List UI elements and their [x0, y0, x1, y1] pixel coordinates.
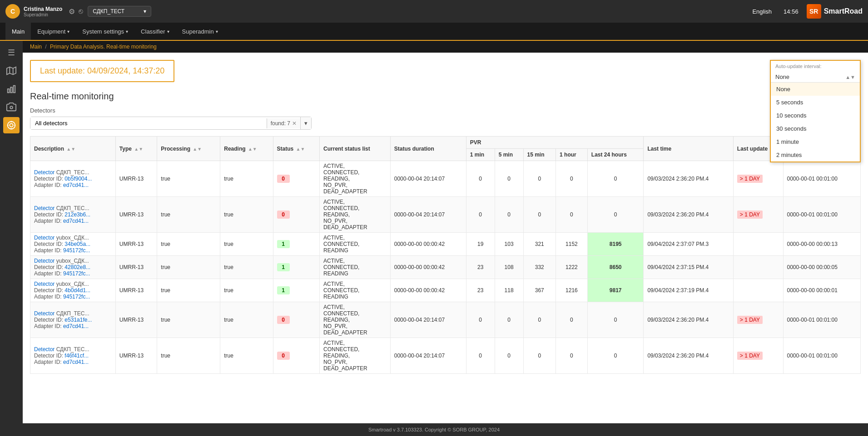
adapter-id-link[interactable]: 945172fc...	[63, 247, 90, 254]
search-bar: found: 7 ✕ ▾	[30, 117, 312, 130]
cell-pvr-5min: 0	[495, 197, 523, 233]
sort-description-icon[interactable]: ▲▼	[66, 147, 75, 152]
auto-update-selected[interactable]: None ▲▼	[771, 72, 860, 83]
cell-last-update-duration: 0000-00-01 00:01:00	[783, 302, 860, 338]
detector-link[interactable]: Detector	[34, 235, 55, 241]
svg-rect-3	[10, 87, 12, 93]
settings-icon[interactable]: ⚙	[69, 7, 75, 16]
nav-item-main[interactable]: Main	[5, 23, 31, 41]
search-input[interactable]	[30, 117, 267, 129]
detector-id-link[interactable]: e531a1fe...	[64, 317, 92, 323]
nav-item-equipment[interactable]: Equipment ▾	[31, 23, 76, 41]
detector-link[interactable]: Detector	[34, 169, 55, 176]
sort-status-icon[interactable]: ▲▼	[296, 147, 305, 152]
refresh-section: ↻ Auto-update interval: None ▲▼ None 5 s…	[849, 60, 861, 73]
cell-last-time: 09/03/2024 2:36:20 PM.4	[644, 161, 733, 197]
nav-item-system-settings[interactable]: System settings ▾	[76, 23, 134, 41]
cell-pvr-15min: 0	[523, 338, 556, 374]
detector-link[interactable]: Detector	[34, 258, 55, 264]
detector-id-link[interactable]: 212e3b6...	[64, 211, 90, 218]
cell-current-status: ACTIVE, CONNECTED, READING, NO_PVR, DEAD…	[320, 302, 391, 338]
table-header: Description ▲▼ Type ▲▼ Processing ▲▼ Rea…	[30, 137, 861, 161]
sidebar: ☰	[0, 41, 23, 436]
cell-last-update-duration: 0000-00-01 00:01:00	[783, 338, 860, 374]
detector-id-link[interactable]: 4b0d4d1...	[64, 287, 90, 294]
col-current-status: Current status list	[320, 137, 391, 161]
adapter-id-line: Adapter ID: 945172fc...	[34, 270, 112, 277]
col-processing: Processing ▲▼	[157, 137, 220, 161]
navbar: Main Equipment ▾ System settings ▾ Class…	[0, 23, 868, 41]
auto-update-option-1m[interactable]: 1 minute	[771, 135, 860, 148]
adapter-id-link[interactable]: 945172fc...	[63, 294, 90, 300]
detector-id-line: Detector ID: 34be05a...	[34, 241, 112, 247]
search-dropdown-button[interactable]: ▾	[300, 117, 311, 129]
detector-id-link[interactable]: 34be05a...	[64, 241, 90, 247]
adapter-id-link[interactable]: ed7cd41...	[63, 323, 89, 329]
cell-processing: true	[157, 338, 220, 374]
col-pvr-1min: 1 min	[466, 149, 495, 161]
sort-reading-icon[interactable]: ▲▼	[248, 147, 257, 152]
cell-status-duration: 0000-00-04 20:14:07	[390, 161, 466, 197]
sort-type-icon[interactable]: ▲▼	[134, 147, 143, 152]
nav-item-superadmin[interactable]: Superadmin ▾	[176, 23, 224, 41]
auto-update-option-10s[interactable]: 10 seconds	[771, 109, 860, 122]
auto-update-option-2m[interactable]: 2 minutes	[771, 148, 860, 162]
cell-processing: true	[157, 302, 220, 338]
detector-link[interactable]: Detector	[34, 346, 55, 353]
auto-update-option-5s[interactable]: 5 seconds	[771, 96, 860, 109]
external-link-icon[interactable]: ⎋	[79, 7, 83, 15]
status-badge: 0	[277, 211, 290, 219]
cell-description: Detector СДКП_ТЕС... Detector ID: f46f41…	[30, 338, 116, 374]
search-clear-icon[interactable]: ✕	[292, 120, 297, 127]
cell-status: 0	[273, 302, 320, 338]
sort-processing-icon[interactable]: ▲▼	[193, 147, 202, 152]
sidebar-map[interactable]	[3, 63, 20, 79]
adapter-id-link[interactable]: ed7cd41...	[63, 359, 89, 365]
sidebar-camera[interactable]	[3, 99, 20, 115]
auto-update-option-none[interactable]: None	[771, 83, 860, 96]
adapter-id-link[interactable]: 945172fc...	[63, 270, 90, 277]
cell-processing: true	[157, 197, 220, 233]
sidebar-detector[interactable]	[3, 117, 20, 133]
detector-id-line: Detector ID: f46f41cf...	[34, 353, 112, 359]
detector-name: СДКП_ТЕС...	[56, 346, 89, 353]
adapter-id-link[interactable]: ed7cd41...	[63, 218, 89, 224]
nav-item-classifier[interactable]: Classifier ▾	[134, 23, 175, 41]
sidebar-chart[interactable]	[3, 81, 20, 97]
detector-id-link[interactable]: 0b5f9004...	[64, 176, 92, 182]
cell-pvr-15min: 0	[523, 302, 556, 338]
auto-update-option-30s[interactable]: 30 seconds	[771, 122, 860, 135]
adapter-id-link[interactable]: ed7cd41...	[63, 182, 89, 188]
svg-point-7	[10, 123, 13, 127]
cell-pvr-24hours: 0	[587, 338, 644, 374]
breadcrumb-main[interactable]: Main	[30, 44, 42, 50]
detector-link[interactable]: Detector	[34, 310, 55, 317]
table-header-row-1: Description ▲▼ Type ▲▼ Processing ▲▼ Rea…	[30, 137, 861, 149]
sidebar-hamburger[interactable]: ☰	[3, 44, 20, 61]
col-status-duration: Status duration	[390, 137, 466, 161]
cell-last-update-duration: 0000-00-01 00:01:00	[783, 197, 860, 233]
language-button[interactable]: English	[749, 6, 775, 17]
detector-id-link[interactable]: 42802e8...	[64, 264, 90, 270]
last-update-badge: > 1 DAY	[737, 175, 763, 183]
header-icons: ⚙ ⎋	[69, 7, 83, 16]
cell-status: 0	[273, 161, 320, 197]
detector-name: yubox_СДК...	[56, 281, 89, 287]
last-update-badge: > 1 DAY	[737, 352, 763, 360]
cell-description: Detector yubox_СДК... Detector ID: 4b0d4…	[30, 279, 116, 302]
section-title: Real-time monitoring	[30, 91, 861, 102]
cell-pvr-1hour: 0	[556, 197, 588, 233]
detector-id-link[interactable]: f46f41cf...	[64, 353, 89, 359]
station-dropdown[interactable]: СДКП_ТЕСТ ▾	[88, 6, 151, 17]
cell-pvr-24hours: 0	[587, 302, 644, 338]
table-wrapper: Description ▲▼ Type ▲▼ Processing ▲▼ Rea…	[30, 136, 861, 392]
detector-link[interactable]: Detector	[34, 205, 55, 211]
col-pvr-15min: 15 min	[523, 149, 556, 161]
search-found-text: found: 7	[271, 120, 290, 127]
detector-link[interactable]: Detector	[34, 281, 55, 287]
cell-status: 0	[273, 338, 320, 374]
system-settings-caret-icon: ▾	[126, 29, 128, 34]
breadcrumb-sep: /	[45, 44, 46, 50]
cell-reading: true	[220, 338, 273, 374]
status-badge: 0	[277, 175, 290, 183]
